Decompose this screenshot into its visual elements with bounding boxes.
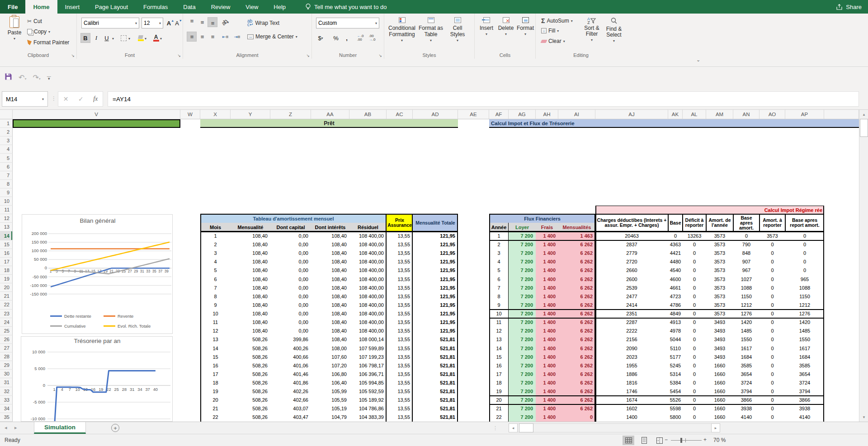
cut-button[interactable]: ✂Cut — [27, 18, 42, 24]
impot-cell[interactable]: 2414 — [595, 300, 668, 309]
amort-cell[interactable]: 10 — [200, 310, 231, 318]
flux-cell-frais[interactable]: 1 400 — [536, 344, 558, 352]
amort-cell[interactable]: 121,95 — [413, 283, 458, 292]
increase-decimal-button[interactable]: ←.0.00 — [355, 33, 365, 43]
flux-cell-loyer[interactable]: 7 200 — [509, 387, 536, 396]
align-bottom-icon[interactable]: ≡ — [208, 17, 217, 27]
paste-button[interactable]: Paste ▾ — [5, 16, 24, 42]
vscroll-down-arrow[interactable]: ▾ — [860, 413, 868, 421]
impot-banner[interactable]: Calcul Impot Régime rée — [595, 206, 824, 214]
amort-cell[interactable]: 402,66 — [270, 396, 311, 404]
amort-cell[interactable]: 105 994,85 — [349, 378, 387, 387]
amort-cell[interactable]: 508,26 — [231, 352, 270, 361]
impot-cell[interactable]: 1150 — [785, 292, 824, 300]
flux-cell-loyer[interactable]: 7 200 — [509, 413, 536, 422]
flux-cell-mensualites[interactable]: 6 262 — [558, 344, 595, 352]
calcul-banner[interactable]: Calcul Impot et Flux de Trésorerie — [489, 119, 859, 128]
amort-cell[interactable]: 13,55 — [387, 413, 413, 422]
impot-cell[interactable]: 1485 — [785, 327, 824, 335]
formula-input[interactable]: =AY14 — [108, 91, 859, 107]
row-header-22[interactable]: 22 — [0, 300, 13, 309]
bold-button[interactable]: B — [80, 33, 90, 43]
flux-cell-loyer[interactable]: 7 200 — [509, 292, 536, 300]
impot-cell[interactable]: 3573 — [706, 240, 733, 249]
impot-cell[interactable]: 0 — [683, 344, 706, 352]
sort-filter-button[interactable]: AZ Sort & Filter▾ — [581, 17, 603, 43]
impot-cell[interactable]: 3938 — [733, 404, 760, 413]
flux-cell-annee[interactable]: 10 — [489, 310, 509, 318]
impot-cell[interactable]: 3573 — [760, 231, 785, 240]
flux-cell-frais[interactable]: 1 400 — [536, 352, 558, 361]
amort-cell[interactable]: 521,81 — [413, 413, 458, 422]
impot-cell[interactable]: 1617 — [785, 344, 824, 352]
amort-cell[interactable]: 13,55 — [387, 231, 413, 240]
impot-header-1[interactable]: Base — [668, 214, 683, 231]
amort-cell[interactable]: 13,55 — [387, 361, 413, 370]
currency-button[interactable]: $▾ — [316, 33, 326, 43]
impot-cell[interactable]: 2779 — [595, 249, 668, 258]
flux-cell-annee[interactable]: 22 — [489, 413, 509, 422]
flux-cell-loyer[interactable]: 7 200 — [509, 266, 536, 275]
impot-cell[interactable]: 4786 — [668, 300, 683, 309]
amort-cell[interactable]: 521,81 — [413, 370, 458, 378]
fill-color-button[interactable] — [136, 33, 146, 43]
amort-cell[interactable]: 108,40 — [231, 292, 270, 300]
amort-cell[interactable]: 108,40 — [311, 249, 349, 258]
flux-cell-mensualites[interactable]: 6 262 — [558, 249, 595, 258]
row-header-19[interactable]: 19 — [0, 275, 13, 283]
impot-cell[interactable]: 13263 — [683, 231, 706, 240]
italic-button[interactable]: I — [91, 33, 101, 43]
column-header-AG[interactable]: AG — [509, 110, 536, 119]
flux-cell-frais[interactable]: 1 400 — [536, 258, 558, 266]
amort-cell[interactable]: 108,00 — [311, 344, 349, 352]
amort-cell[interactable]: 401,86 — [270, 378, 311, 387]
impot-cell[interactable]: 5384 — [668, 378, 683, 387]
amort-cell[interactable]: 508,26 — [231, 370, 270, 378]
impot-cell[interactable]: 1088 — [785, 283, 824, 292]
underline-dropdown[interactable]: ▾ — [112, 37, 114, 41]
decrease-decimal-button[interactable]: .00→.0 — [367, 33, 377, 43]
find-select-button[interactable]: Find & Select▾ — [604, 17, 624, 44]
impot-cell[interactable]: 1746 — [595, 387, 668, 396]
amort-cell[interactable]: 0,00 — [270, 240, 311, 249]
amort-cell[interactable]: 400,66 — [270, 352, 311, 361]
row-header-35[interactable]: 35 — [0, 413, 13, 422]
column-header-AB[interactable]: AB — [349, 110, 387, 119]
amort-cell[interactable]: 108,40 — [311, 258, 349, 266]
impot-cell[interactable]: 0 — [760, 258, 785, 266]
flux-cell-frais[interactable]: 1 400 — [536, 249, 558, 258]
amort-cell[interactable]: 108,40 — [231, 258, 270, 266]
impot-cell[interactable]: 1485 — [733, 327, 760, 335]
impot-cell[interactable]: 0 — [683, 300, 706, 309]
impot-cell[interactable]: 1400 — [595, 413, 668, 422]
flux-cell-frais[interactable]: 1 400 — [536, 275, 558, 283]
row-header-20[interactable]: 20 — [0, 283, 13, 292]
flux-title[interactable]: Flux Financiers — [489, 214, 595, 223]
impot-cell[interactable]: 3573 — [706, 310, 733, 318]
impot-cell[interactable]: 5177 — [668, 352, 683, 361]
impot-cell[interactable]: 0 — [760, 404, 785, 413]
impot-cell[interactable]: 5526 — [668, 396, 683, 404]
tab-home[interactable]: Home — [25, 0, 57, 14]
impot-cell[interactable]: 3866 — [785, 396, 824, 404]
column-header-AD[interactable]: AD — [413, 110, 458, 119]
amort-cell[interactable]: 1 — [200, 231, 231, 240]
impot-cell[interactable]: 1660 — [706, 387, 733, 396]
amort-cell[interactable]: 0,00 — [270, 310, 311, 318]
amort-header-0[interactable]: Mois — [200, 223, 231, 231]
amort-cell[interactable]: 13,55 — [387, 300, 413, 309]
flux-cell-mensualites[interactable]: 6 262 — [558, 396, 595, 404]
impot-cell[interactable]: 1886 — [595, 370, 668, 378]
decrease-indent-icon[interactable]: ⇤≡ — [220, 32, 230, 42]
amort-cell[interactable]: 15 — [200, 352, 231, 361]
amort-cell[interactable]: 0,00 — [270, 300, 311, 309]
amort-cell[interactable]: 13,55 — [387, 352, 413, 361]
flux-cell-loyer[interactable]: 7 200 — [509, 378, 536, 387]
chart-tresorerie-par-an[interactable]: Trésorerie par an10 0005 0000-5 000-10 0… — [21, 336, 173, 422]
amort-cell[interactable]: 400,26 — [270, 344, 311, 352]
flux-cell-annee[interactable]: 18 — [489, 378, 509, 387]
copy-button[interactable]: Copy ▾ — [27, 28, 50, 35]
amort-cell[interactable]: 108 400,00 — [349, 240, 387, 249]
flux-cell-annee[interactable]: 13 — [489, 335, 509, 344]
amort-cell[interactable]: 17 — [200, 370, 231, 378]
